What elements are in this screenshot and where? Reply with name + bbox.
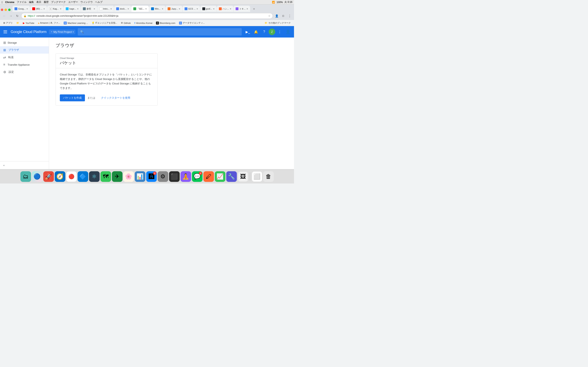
sidebar-item-transfer-appliance[interactable]: ≡ Transfer Appliance xyxy=(0,61,49,68)
dock-safari[interactable]: 🧭 xyxy=(55,171,65,182)
tab-ref[interactable]: 参照 ✕ xyxy=(81,6,97,12)
back-button[interactable]: ← xyxy=(2,13,7,18)
menu-edit[interactable]: 編集 xyxy=(29,0,34,4)
tab-goog[interactable]: Goog... ✕ xyxy=(12,6,30,12)
dock-siri[interactable]: 🔵 xyxy=(32,171,43,182)
apple-menu[interactable]:  xyxy=(2,1,3,4)
dock-launchpad[interactable]: 🚀 xyxy=(43,171,54,182)
menu-help[interactable]: ヘルプ xyxy=(95,0,103,4)
dock-grapher[interactable]: 🔧 xyxy=(226,171,237,182)
quickstart-button[interactable]: クイックスタートを使用 xyxy=(98,94,134,101)
tab-han[interactable]: ハン... ✕ xyxy=(217,6,233,12)
sidebar-item-browser[interactable]: ⊞ ブラウザ xyxy=(0,46,49,54)
extensions-button[interactable]: ⊡ xyxy=(281,13,286,18)
chrome-menu-button[interactable]: ⋮ xyxy=(287,13,292,18)
create-bucket-button[interactable]: バケットを作成 xyxy=(60,94,85,101)
dock-preview[interactable]: 🖼 xyxy=(238,171,248,182)
dock-keynote[interactable]: 📊 xyxy=(135,171,145,182)
tab-close-doc[interactable]: ✕ xyxy=(127,8,129,10)
tab-doc[interactable]: dock... ✕ xyxy=(114,6,131,12)
tab-gcs[interactable]: GCS ... ✕ xyxy=(182,6,200,12)
app-name[interactable]: Chrome xyxy=(5,1,14,4)
tab-gcsg-active[interactable]: 「GC... ✕ xyxy=(131,6,149,12)
dock-line[interactable]: 💬 4 xyxy=(192,171,203,182)
tab-close-gcsg[interactable]: ✕ xyxy=(145,8,147,10)
dock-vscode[interactable]: 🔷 xyxy=(78,171,88,182)
tab-toki[interactable]: トキ... ✕ xyxy=(233,6,250,12)
bm-folder[interactable]: 📁 xyxy=(15,21,21,25)
bm-bloomberg[interactable]: B Bloomberg.com xyxy=(154,21,177,25)
bm-github[interactable]: ⚙ GitHub xyxy=(119,21,132,25)
sidebar-item-transfer-label: 転送 xyxy=(8,55,14,59)
tab-gh[interactable]: gcsf... ✕ xyxy=(200,6,217,12)
bm-youtube[interactable]: ▶ YouTube xyxy=(21,21,36,25)
new-tab-button[interactable]: + xyxy=(251,6,257,12)
tab-close-han[interactable]: ✕ xyxy=(230,8,231,10)
menu-window[interactable]: ウィンドウ xyxy=(80,0,93,4)
address-bar[interactable]: 🔒 https:// console.cloud.google.com/stor… xyxy=(21,13,273,19)
dock-atom[interactable]: ⚛ xyxy=(89,171,100,182)
tab-jup[interactable]: Jupy... ✕ xyxy=(165,6,182,12)
dock-trash[interactable]: 🗑 xyxy=(263,171,274,182)
dock-sysprefs[interactable]: ⚙ xyxy=(158,171,168,182)
menu-history[interactable]: 履歴 xyxy=(44,0,49,4)
dock-finder[interactable]: 🗂 xyxy=(20,171,31,182)
tab-close-intro[interactable]: ✕ xyxy=(110,8,112,10)
tab-close-kag1[interactable]: ✕ xyxy=(60,8,61,10)
dock-whiteboard[interactable]: ⬜ xyxy=(252,171,262,182)
forward-button[interactable]: → xyxy=(8,13,13,18)
notifications-button[interactable]: 🔔 xyxy=(252,28,260,35)
window-minimize-btn[interactable] xyxy=(4,8,7,11)
dock-appstore[interactable]: 🅰 5 xyxy=(146,171,157,182)
menu-view[interactable]: 表示 xyxy=(36,0,41,4)
dock-copilot[interactable]: ✈ xyxy=(112,171,122,182)
more-options-button[interactable]: ⋮ xyxy=(276,28,283,35)
menu-bookmarks[interactable]: ブックマーク xyxy=(51,0,66,4)
tab-close-goog[interactable]: ✕ xyxy=(26,8,28,10)
tab-close-win[interactable]: ✕ xyxy=(162,8,163,10)
dock-maps[interactable]: 🗺 xyxy=(100,171,111,182)
project-selector[interactable]: ✦ My First Project ▾ xyxy=(49,30,75,34)
bm-it[interactable]: 💡 ITエンジニアを目指... xyxy=(90,21,119,25)
bookmark-star-icon[interactable]: ☆ xyxy=(268,15,270,17)
profile-button[interactable]: 👤 xyxy=(274,13,279,18)
bm-ml[interactable]: M Machine Learning ... xyxy=(62,21,90,25)
tab-close-ref[interactable]: ✕ xyxy=(94,8,95,10)
bm-more[interactable]: 📁 その他のブックマーク xyxy=(263,21,292,25)
cloud-shell-button[interactable]: ▶⎯ xyxy=(244,28,251,35)
menu-file[interactable]: ファイル xyxy=(17,0,26,4)
tab-close-kag2[interactable]: ✕ xyxy=(77,8,79,10)
window-maximize-btn[interactable] xyxy=(8,8,11,11)
dock-chrome[interactable]: 🔴 xyxy=(66,171,77,182)
sidebar-collapse-button[interactable]: « xyxy=(0,161,49,169)
dock-terminal[interactable]: ⬛ xyxy=(169,171,180,182)
tab-kag1[interactable]: k Kag... ✕ xyxy=(47,6,63,12)
gcp-search-bar[interactable]: 🔍 xyxy=(78,28,242,35)
hamburger-menu-button[interactable] xyxy=(2,29,8,35)
sidebar-item-transfer[interactable]: ⇄ 転送 xyxy=(0,54,49,61)
dock-sketchbook[interactable]: 🖊 xyxy=(203,171,214,182)
tab-intro[interactable]: Intro... ✕ xyxy=(97,6,114,12)
bm-apps[interactable]: ⊞ アプリ xyxy=(2,21,14,25)
tab-close-gh[interactable]: ✕ xyxy=(213,8,215,10)
account-button[interactable]: 👤 xyxy=(284,28,292,35)
tab-close-yt[interactable]: ✕ xyxy=(43,8,45,10)
bm-amazon[interactable]: a Amazon | 本, ファ... xyxy=(36,21,62,25)
reload-button[interactable]: ↻ xyxy=(15,13,20,18)
tab-win[interactable]: Win... ✕ xyxy=(149,6,165,12)
dock-actmon[interactable]: 📈 xyxy=(215,171,225,182)
sidebar-item-settings[interactable]: ⚙ 設定 xyxy=(0,68,49,76)
tab-close-jup[interactable]: ✕ xyxy=(179,8,180,10)
menu-users[interactable]: ユーザー xyxy=(68,0,78,4)
user-avatar[interactable]: Z xyxy=(269,29,275,35)
tab-kag2[interactable]: kage... ✕ xyxy=(64,6,81,12)
help-button[interactable]: ? xyxy=(260,28,268,35)
bm-hiromitsu[interactable]: f Hiromitsu Komai xyxy=(133,21,154,25)
tab-yt80[interactable]: (80) ... ✕ xyxy=(30,6,47,12)
tab-close-gcs[interactable]: ✕ xyxy=(196,8,198,10)
window-close-btn[interactable] xyxy=(1,8,3,11)
dock-meditation[interactable]: 🧘 xyxy=(181,171,191,182)
bm-datascience[interactable]: D データサイエンティ... xyxy=(177,21,207,25)
dock-photos[interactable]: 🌸 xyxy=(123,171,134,182)
tab-close-toki[interactable]: ✕ xyxy=(246,8,248,10)
